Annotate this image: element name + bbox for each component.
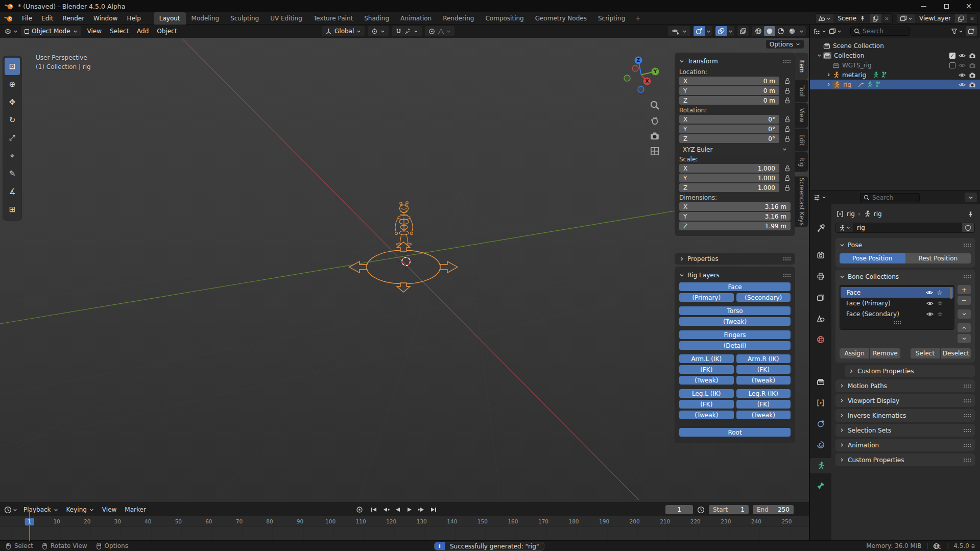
sidebar-tab-view[interactable]: View xyxy=(795,103,808,128)
timeline-menu-view[interactable]: View xyxy=(98,506,121,513)
add-cube-tool[interactable]: ⊞ xyxy=(5,201,20,218)
field-location-x[interactable]: X0 m xyxy=(679,77,779,85)
panel-custom-properties[interactable]: Custom Properties xyxy=(835,453,975,466)
properties-tab-world[interactable] xyxy=(810,332,831,347)
hide-eye-icon[interactable] xyxy=(959,62,966,68)
select-button[interactable]: Select xyxy=(911,348,940,358)
properties-tab-collection[interactable] xyxy=(810,374,831,390)
field-scale-y[interactable]: Y1.000 xyxy=(679,174,779,182)
disable-render-icon[interactable] xyxy=(969,82,976,88)
ortho-toggle-icon[interactable] xyxy=(650,146,660,156)
lock-icon[interactable] xyxy=(779,165,791,172)
rig-character[interactable] xyxy=(395,202,413,245)
disable-render-icon[interactable] xyxy=(969,53,976,59)
camera-view-icon[interactable] xyxy=(650,131,660,141)
workspace-tab-sculpting[interactable]: Sculpting xyxy=(225,12,265,25)
outliner-editor-selector[interactable] xyxy=(813,28,826,35)
frame-start-field[interactable]: Start1 xyxy=(709,505,749,514)
viewport-menu-view[interactable]: View xyxy=(83,28,106,35)
next-keyframe-button[interactable] xyxy=(416,505,426,514)
editor-type-selector[interactable] xyxy=(3,28,19,35)
frame-end-field[interactable]: End250 xyxy=(753,505,794,514)
lock-icon[interactable] xyxy=(779,78,791,84)
armature-name-field[interactable]: rig xyxy=(835,223,975,233)
rotate-tool[interactable]: ↻ xyxy=(5,111,20,129)
properties-tab-constraints[interactable] xyxy=(810,416,831,432)
solo-star-icon[interactable]: ☆ xyxy=(937,289,942,296)
panel-viewport-display[interactable]: Viewport Display xyxy=(835,394,975,407)
bone-collection-specials-button[interactable] xyxy=(958,309,971,319)
panel-selection-sets[interactable]: Selection Sets xyxy=(835,424,975,437)
bone-collection-row-face-secondary[interactable]: Face (Secondary) ☆ xyxy=(840,308,954,319)
timeline-menu-playback[interactable]: Playback xyxy=(19,506,62,513)
rig-root-widget[interactable] xyxy=(349,242,458,292)
outliner-filter[interactable] xyxy=(951,28,963,35)
rig-layer-button-leg-r-ik[interactable]: Leg.R (IK) xyxy=(736,389,791,398)
timeline-menu-keying[interactable]: Keying xyxy=(62,506,98,513)
field-scale-x[interactable]: X1.000 xyxy=(679,164,779,173)
minimize-button[interactable] xyxy=(913,0,935,12)
blender-menu-icon[interactable] xyxy=(4,14,13,22)
outliner-row-wgts-rig[interactable]: WGTS_rig xyxy=(810,60,980,70)
timeline-tracks[interactable] xyxy=(0,527,809,540)
properties-tab-render[interactable] xyxy=(810,248,831,263)
rig-layer-button-tweak[interactable]: (Tweak) xyxy=(679,317,791,326)
workspace-tab-compositing[interactable]: Compositing xyxy=(480,12,529,25)
close-button[interactable]: × xyxy=(958,0,980,12)
move-collection-up-button[interactable] xyxy=(958,323,971,332)
lock-icon[interactable] xyxy=(779,175,791,181)
expand-icon[interactable] xyxy=(824,82,832,87)
field-location-y[interactable]: Y0 m xyxy=(679,86,779,95)
new-scene-button[interactable] xyxy=(870,14,881,23)
rig-layer-button-torso[interactable]: Torso xyxy=(679,306,791,315)
bone-collections-header[interactable]: Bone Collections xyxy=(840,271,971,282)
bone-collection-row-face-primary[interactable]: Face (Primary) ☆ xyxy=(840,298,954,308)
viewport-menu-add[interactable]: Add xyxy=(133,28,153,35)
pan-hand-icon[interactable] xyxy=(650,115,660,126)
sidebar-tab-item[interactable]: Item xyxy=(795,53,808,79)
rendered-shading-button[interactable] xyxy=(786,26,798,36)
expand-icon[interactable] xyxy=(815,53,823,58)
measure-tool[interactable]: ∡ xyxy=(5,183,20,200)
remove-viewlayer-button[interactable] xyxy=(967,16,977,21)
outliner-row-rig[interactable]: rig xyxy=(810,80,980,89)
properties-options-dropdown[interactable] xyxy=(965,193,977,202)
rig-layer-button-fk[interactable]: (FK) xyxy=(736,365,791,374)
maximize-button[interactable] xyxy=(935,0,958,12)
remove-bone-collection-button[interactable]: − xyxy=(958,296,971,305)
pin-icon[interactable] xyxy=(967,211,974,218)
properties-tab-bone[interactable] xyxy=(810,478,831,493)
transform-panel-header[interactable]: Transform xyxy=(679,56,791,66)
rig-layer-button-fk[interactable]: (FK) xyxy=(679,365,734,374)
xray-toggle[interactable] xyxy=(737,26,749,36)
rig-layer-button-fingers[interactable]: Fingers xyxy=(679,330,791,339)
auto-keying-toggle[interactable] xyxy=(354,505,365,514)
field-rotation-y[interactable]: Y0° xyxy=(679,125,779,133)
annotate-tool[interactable]: ✎ xyxy=(5,165,20,182)
timeline-ruler[interactable]: 1 10203040506070809010011012013014015016… xyxy=(0,516,809,527)
menu-render[interactable]: Render xyxy=(58,13,89,23)
scene-selector[interactable]: Scene xyxy=(815,13,893,23)
rig-layer-button-tweak[interactable]: (Tweak) xyxy=(679,376,734,385)
sidebar-tab-screencast-keys[interactable]: Screencast Keys xyxy=(795,177,808,227)
fake-user-button[interactable] xyxy=(961,223,974,232)
exclude-checkbox[interactable]: ✓ xyxy=(949,53,955,59)
move-collection-down-button[interactable] xyxy=(958,334,971,343)
sidebar-tab-edit[interactable]: Edit xyxy=(795,129,808,151)
disable-render-icon[interactable] xyxy=(969,72,976,78)
workspace-tab-modeling[interactable]: Modeling xyxy=(186,12,225,25)
field-dimensions-x[interactable]: X3.16 m xyxy=(679,202,791,211)
rig-layer-button-tweak[interactable]: (Tweak) xyxy=(736,411,791,419)
hide-eye-icon[interactable] xyxy=(959,82,966,88)
properties-tab-scene[interactable] xyxy=(810,311,831,326)
rig-layer-button-fk[interactable]: (FK) xyxy=(736,400,791,409)
field-dimensions-y[interactable]: Y3.16 m xyxy=(679,212,791,221)
rig-layer-button-root[interactable]: Root xyxy=(679,428,791,437)
select-box-tool[interactable]: ⊡ xyxy=(5,58,20,75)
snapping-widget[interactable] xyxy=(392,26,422,36)
collection-visibility-icon[interactable] xyxy=(926,290,933,296)
wireframe-shading-button[interactable] xyxy=(753,26,764,36)
rig-layer-button-detail[interactable]: (Detail) xyxy=(679,341,791,350)
properties-subpanel[interactable]: Properties xyxy=(675,253,795,264)
workspace-tab-scripting[interactable]: Scripting xyxy=(592,12,631,25)
